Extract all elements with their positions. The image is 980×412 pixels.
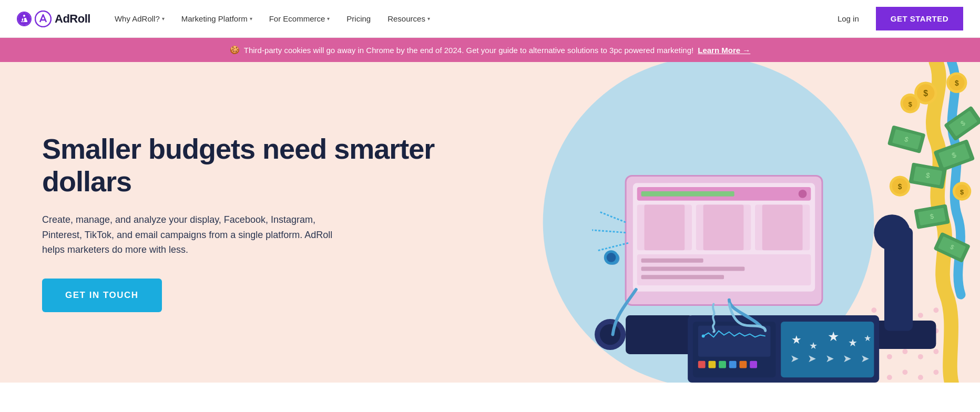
chevron-down-icon: ▾ bbox=[327, 16, 330, 22]
svg-rect-70 bbox=[698, 326, 771, 357]
nav-item-for-ecommerce[interactable]: For Ecommerce ▾ bbox=[262, 10, 338, 27]
nav-links: Why AdRoll? ▾ Marketing Platform ▾ For E… bbox=[107, 10, 829, 27]
chevron-down-icon: ▾ bbox=[162, 16, 165, 22]
login-button[interactable]: Log in bbox=[829, 10, 867, 27]
svg-text:$: $ bbox=[908, 100, 912, 108]
svg-rect-76 bbox=[740, 361, 747, 368]
svg-text:➤: ➤ bbox=[861, 353, 870, 364]
svg-text:$: $ bbox=[898, 183, 902, 191]
svg-rect-95 bbox=[645, 205, 685, 251]
nav-item-marketing-platform[interactable]: Marketing Platform ▾ bbox=[174, 10, 260, 27]
adroll-logo-icon: d bbox=[17, 12, 32, 26]
svg-rect-77 bbox=[750, 361, 757, 368]
svg-rect-103 bbox=[641, 275, 724, 279]
hero-subtext: Create, manage, and analyze your display… bbox=[42, 212, 358, 258]
svg-text:➤: ➤ bbox=[790, 353, 799, 364]
banner-text: Third-party cookies will go away in Chro… bbox=[244, 46, 693, 55]
get-in-touch-button[interactable]: GET IN TOUCH bbox=[42, 279, 162, 312]
get-started-button[interactable]: GET STARTED bbox=[876, 7, 963, 30]
svg-text:➤: ➤ bbox=[843, 353, 852, 364]
svg-text:➤: ➤ bbox=[825, 353, 834, 364]
navbar: d AdRoll Why AdRoll? ▾ Marketing Platfor… bbox=[0, 0, 980, 38]
chevron-down-icon: ▾ bbox=[250, 16, 252, 22]
svg-point-19 bbox=[903, 349, 908, 354]
svg-text:d: d bbox=[21, 15, 25, 23]
svg-point-24 bbox=[887, 375, 892, 380]
adroll-logo-mark bbox=[35, 11, 52, 27]
svg-point-9 bbox=[934, 307, 939, 313]
svg-point-18 bbox=[887, 354, 892, 359]
svg-point-71 bbox=[702, 335, 705, 338]
svg-rect-97 bbox=[703, 205, 744, 251]
nav-right: Log in GET STARTED bbox=[829, 7, 963, 30]
svg-rect-74 bbox=[719, 361, 726, 368]
svg-text:★: ★ bbox=[848, 337, 858, 348]
svg-point-25 bbox=[903, 369, 908, 375]
svg-rect-102 bbox=[641, 267, 745, 271]
cookie-emoji: 🍪 bbox=[230, 45, 240, 55]
svg-point-20 bbox=[918, 354, 923, 359]
nav-item-why-adroll[interactable]: Why AdRoll? ▾ bbox=[107, 10, 172, 27]
svg-text:$: $ bbox=[955, 79, 959, 87]
svg-rect-101 bbox=[641, 259, 703, 263]
nav-item-resources[interactable]: Resources ▾ bbox=[380, 10, 437, 27]
logo[interactable]: d AdRoll bbox=[17, 11, 90, 27]
svg-point-67 bbox=[600, 324, 620, 345]
svg-rect-65 bbox=[626, 315, 693, 354]
svg-rect-73 bbox=[709, 361, 716, 368]
svg-rect-75 bbox=[729, 361, 737, 368]
svg-text:$: $ bbox=[960, 188, 964, 196]
svg-point-93 bbox=[799, 190, 807, 198]
svg-point-21 bbox=[934, 349, 939, 354]
svg-point-5 bbox=[872, 307, 877, 313]
hero-illustration: $ $ $ $ $ $ $ bbox=[509, 62, 980, 383]
svg-rect-99 bbox=[762, 205, 803, 251]
svg-text:$: $ bbox=[924, 89, 928, 98]
svg-point-27 bbox=[934, 369, 939, 375]
svg-point-64 bbox=[874, 214, 911, 251]
learn-more-link[interactable]: Learn More → bbox=[698, 46, 750, 55]
svg-text:★: ★ bbox=[864, 334, 871, 343]
svg-rect-92 bbox=[641, 191, 734, 197]
svg-point-26 bbox=[918, 375, 923, 380]
svg-text:★: ★ bbox=[810, 341, 818, 351]
logo-text: AdRoll bbox=[55, 12, 90, 26]
hero-left: Smaller budgets need smarter dollars Cre… bbox=[0, 62, 509, 383]
hero-section: Smaller budgets need smarter dollars Cre… bbox=[0, 62, 980, 383]
svg-point-8 bbox=[918, 313, 923, 318]
svg-point-2 bbox=[35, 11, 51, 27]
svg-point-111 bbox=[607, 253, 616, 262]
svg-rect-72 bbox=[698, 361, 706, 368]
svg-text:➤: ➤ bbox=[808, 353, 817, 364]
hero-right: $ $ $ $ $ $ $ bbox=[509, 62, 980, 383]
hero-headline: Smaller budgets need smarter dollars bbox=[42, 132, 478, 198]
cookie-banner: 🍪 Third-party cookies will go away in Ch… bbox=[0, 38, 980, 62]
svg-text:★: ★ bbox=[791, 333, 802, 346]
nav-item-pricing[interactable]: Pricing bbox=[339, 10, 378, 27]
svg-text:★: ★ bbox=[828, 329, 839, 344]
chevron-down-icon: ▾ bbox=[427, 16, 430, 22]
